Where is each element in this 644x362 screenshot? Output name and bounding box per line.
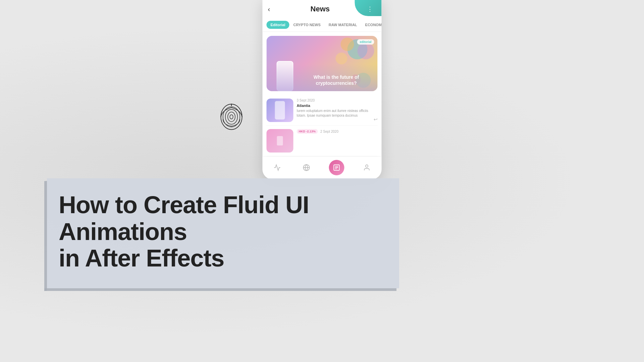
- news-content-1: 3 Sept 2020 Atlantia Iurem voluptatum en…: [297, 99, 370, 118]
- svg-point-7: [221, 104, 242, 130]
- share-icon-1[interactable]: ↩: [374, 117, 378, 122]
- featured-badge: editorial: [357, 39, 374, 45]
- svg-point-10: [228, 112, 235, 122]
- nav-globe[interactable]: [300, 161, 313, 174]
- tab-economic[interactable]: ECONOMIC: [361, 21, 382, 29]
- chart-icon: [273, 164, 281, 171]
- app-header: ‹ News ⋮: [263, 0, 382, 18]
- svg-point-6: [366, 165, 368, 167]
- news-date-1: 3 Sept 2020: [297, 99, 315, 102]
- bokeh-circle-6: [336, 53, 347, 64]
- tab-raw[interactable]: RAW MATERIAL: [325, 21, 361, 29]
- news-tag-2: HKD -2.13%: [297, 129, 318, 134]
- menu-icon[interactable]: ⋮: [367, 5, 373, 13]
- globe-icon: [303, 164, 310, 171]
- thumb-phone-icon: [275, 101, 285, 120]
- nav-news[interactable]: [329, 160, 344, 175]
- filter-tabs: Editorial CRYPTO NEWS RAW MATERIAL ECONO…: [263, 18, 382, 32]
- nav-chart[interactable]: [270, 161, 284, 174]
- bokeh-circle-2: [341, 38, 354, 51]
- back-button[interactable]: ‹: [268, 5, 270, 13]
- news-item[interactable]: 3 Sept 2020 Atlantia Iurem voluptatum en…: [267, 95, 378, 126]
- title-line1: How to Create Fluid UI Animations: [59, 192, 382, 245]
- svg-point-9: [225, 109, 237, 124]
- news-item-2[interactable]: HKD -2.13% 2 Sept 2020: [267, 126, 378, 156]
- news-content-2: HKD -2.13% 2 Sept 2020: [297, 129, 378, 135]
- news-meta-1: 3 Sept 2020: [297, 99, 370, 102]
- bokeh-circle-3: [358, 43, 374, 59]
- news-date-2: 2 Sept 2020: [320, 130, 338, 133]
- phone-app: ‹ News ⋮ Editorial CRYPTO NEWS RAW MATER…: [263, 0, 382, 179]
- news-excerpt-1: Iurem voluptatum enim aut ilumre nisteas…: [297, 109, 370, 118]
- profile-icon: [363, 164, 371, 171]
- news-thumbnail-2: [267, 129, 293, 153]
- news-icon: [333, 164, 340, 171]
- news-thumbnail-1: [267, 99, 293, 122]
- bottom-nav: [263, 156, 382, 179]
- nav-profile[interactable]: [360, 161, 374, 174]
- news-source-1: Atlantia: [297, 104, 370, 108]
- page-title: News: [311, 5, 330, 13]
- featured-card[interactable]: editorial What is the future of cryptocu…: [267, 36, 378, 91]
- title-line2: in After Effects: [59, 245, 382, 272]
- tab-editorial[interactable]: Editorial: [267, 21, 289, 29]
- tab-crypto[interactable]: CRYPTO NEWS: [289, 21, 325, 29]
- news-list: 3 Sept 2020 Atlantia Iurem voluptatum en…: [263, 95, 382, 156]
- title-overlay: How to Create Fluid UI Animations in Aft…: [47, 178, 399, 288]
- thumb-icon-2: [277, 136, 283, 145]
- featured-title: What is the future of cryptocurrencies?: [267, 64, 378, 91]
- svg-point-11: [230, 115, 233, 119]
- news-meta-2: HKD -2.13% 2 Sept 2020: [297, 129, 378, 134]
- fingerprint-overlay: [218, 102, 245, 134]
